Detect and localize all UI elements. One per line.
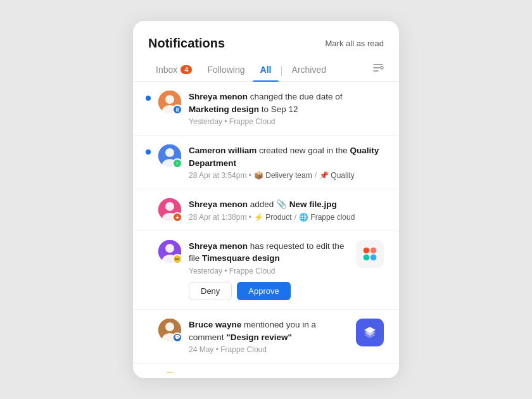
notification-item: + Shreya menon added 📎 New file.jpg 28 A… (133, 189, 399, 231)
svg-point-23 (165, 322, 174, 331)
svg-rect-16 (364, 247, 370, 253)
notification-content: Shreya menon added 📎 New file.jpg 28 Apr… (189, 198, 384, 222)
svg-point-14 (165, 244, 174, 253)
notification-item: 💬 Bruce wayne mentioned you in a comment… (133, 310, 399, 364)
notifications-panel: Notifications Mark all as read Inbox 4 F… (133, 21, 399, 378)
meta-tag: ⚡ Product (254, 213, 292, 222)
avatar-wrap: 🖥 (158, 91, 181, 113)
svg-point-11 (165, 202, 174, 211)
tab-following-label: Following (207, 65, 244, 75)
tab-inbox-label: Inbox (156, 65, 177, 75)
notification-item: 🖥 Shreya menon changed the due date of M… (133, 82, 399, 136)
tab-inbox-badge: 4 (180, 65, 192, 74)
svg-rect-19 (364, 255, 370, 261)
svg-point-29 (158, 372, 181, 373)
notification-text: Cameron william created new goal in the … (189, 144, 384, 169)
meta-tag: 🌐 Frappe cloud (299, 213, 355, 222)
tab-bar: Inbox 4 Following All | Archived (133, 61, 399, 82)
avatar-wrap: ✦ (158, 372, 181, 373)
unread-indicator (146, 149, 151, 155)
notifications-list: 🖥 Shreya menon changed the due date of M… (133, 82, 399, 373)
notification-meta: 24 May • Frappe Cloud (189, 345, 348, 354)
svg-point-3 (381, 66, 383, 69)
tab-following[interactable]: Following (200, 61, 252, 81)
notification-text: Bruce wayne mentioned you in a comment "… (189, 319, 348, 343)
notification-meta: Yesterday • Frappe Cloud (189, 117, 384, 126)
approve-button[interactable]: Approve (237, 282, 290, 300)
tab-archived-label: Archived (292, 65, 326, 75)
notification-content: Bruce wayne mentioned you in a comment "… (189, 319, 348, 354)
unread-indicator (146, 96, 151, 101)
notification-content: Cameron william created new goal in the … (189, 144, 384, 180)
avatar-wrap: ✏ (158, 240, 181, 263)
avatar-wrap: + (158, 198, 181, 221)
notification-item: ✏ Shreya menon has requested to edit the… (133, 231, 399, 310)
avatar-wrap: + (158, 144, 181, 167)
panel-title: Notifications (148, 36, 225, 51)
deny-button[interactable]: Deny (189, 282, 232, 300)
notification-meta: 28 Apr at 3:54pm • 📦 Delivery team / 📌 Q… (189, 171, 384, 180)
meta-tag: 📦 Delivery team (254, 171, 312, 180)
notification-text: Shreya menon added 📎 New file.jpg (189, 198, 384, 211)
avatar-badge: + (172, 158, 182, 168)
svg-point-8 (165, 148, 174, 157)
svg-rect-21 (370, 255, 377, 261)
notification-actions: Deny Approve (189, 282, 348, 300)
notification-meta: Yesterday • Frappe Cloud (189, 267, 348, 276)
notification-text: Shreya menon changed the due date of Mar… (189, 91, 384, 115)
notification-item: ✦ Frappe cloud project was created by St… (133, 364, 399, 373)
filter-icon[interactable] (372, 62, 384, 80)
notification-content: Frappe cloud project was created by Stev… (189, 372, 384, 373)
tab-inbox[interactable]: Inbox 4 (148, 61, 200, 81)
tab-divider: | (280, 65, 282, 77)
layers-thumbnail (356, 319, 384, 346)
notification-content: Shreya menon has requested to edit the f… (189, 240, 348, 300)
tab-all-label: All (260, 65, 272, 75)
mark-all-read-button[interactable]: Mark all as read (326, 39, 384, 48)
figma-thumbnail (356, 240, 384, 268)
svg-rect-17 (370, 247, 377, 253)
panel-header: Notifications Mark all as read (133, 36, 399, 61)
tab-archived[interactable]: Archived (284, 61, 334, 81)
avatar-badge: 🖥 (172, 104, 182, 115)
meta-tag: 📌 Quality (319, 171, 355, 180)
notification-item: + Cameron william created new goal in th… (133, 136, 399, 189)
avatar: ✦ (158, 372, 181, 373)
notification-text: Frappe cloud project was created by Stev… (189, 372, 384, 373)
notification-meta: 28 Apr at 1:38pm • ⚡ Product / 🌐 Frappe … (189, 213, 384, 222)
notification-content: Shreya menon changed the due date of Mar… (189, 91, 384, 126)
svg-point-5 (165, 95, 174, 104)
tab-all[interactable]: All (253, 61, 279, 81)
avatar-badge: ✏ (172, 254, 182, 264)
avatar-wrap: 💬 (158, 319, 181, 341)
avatar-badge: 💬 (172, 332, 182, 343)
notification-text: Shreya menon has requested to edit the f… (189, 240, 348, 265)
